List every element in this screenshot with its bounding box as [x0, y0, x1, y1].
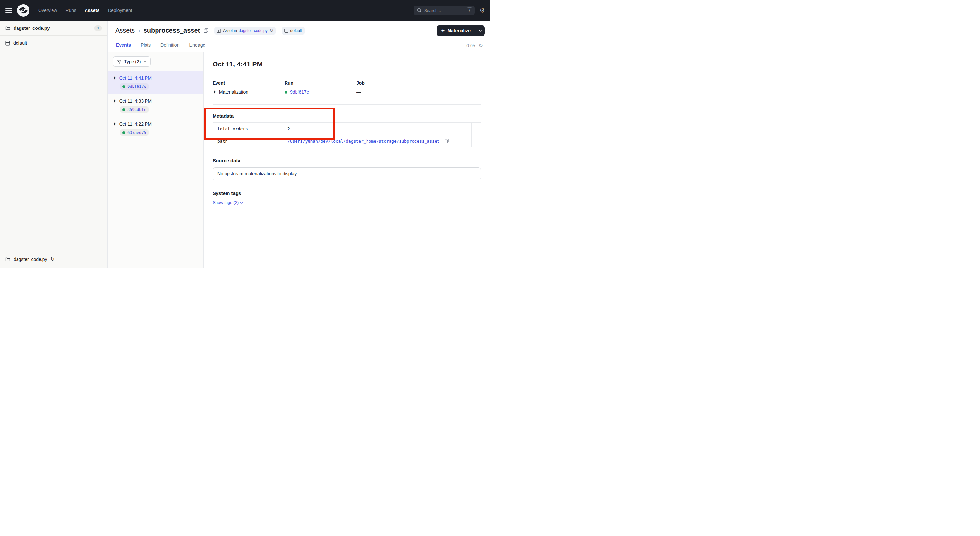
- metadata-path-link[interactable]: /Users/yuhan/dev/local/dagster_home/stor…: [288, 139, 440, 143]
- asset-location-link[interactable]: dagster_code.py: [239, 29, 268, 33]
- source-data-empty-message: No upstream materializations to display.: [213, 167, 481, 180]
- code-location-label: dagster_code.py: [14, 25, 49, 31]
- run-column-label: Run: [285, 80, 356, 86]
- run-id-link[interactable]: 9dbf617e: [290, 89, 309, 95]
- job-column-label: Job: [356, 80, 481, 86]
- asset-catalog-sidebar: dagster_code.py 1 default dagster_code.p…: [0, 21, 108, 268]
- tab-plots[interactable]: Plots: [140, 41, 151, 52]
- source-data-section: Source data No upstream materializations…: [213, 158, 481, 180]
- show-tags-toggle[interactable]: Show tags (2): [213, 200, 243, 205]
- event-run-id: 637aed75: [127, 130, 146, 135]
- chevron-down-icon: [240, 202, 243, 204]
- asset-group-tag-label: default: [290, 29, 302, 33]
- metadata-action-cell: [471, 123, 481, 135]
- materialization-event-icon: ✦: [113, 122, 117, 126]
- breadcrumb-assets-link[interactable]: Assets: [115, 27, 135, 34]
- search-shortcut-key: /: [467, 8, 472, 13]
- materialize-dropdown-button[interactable]: [475, 25, 485, 36]
- search-input[interactable]: Search... /: [414, 5, 475, 15]
- asset-group-icon: [284, 29, 288, 33]
- metadata-row: total_orders 2: [213, 123, 481, 135]
- event-run-id: 359cdbfc: [127, 107, 146, 112]
- metadata-heading: Metadata: [213, 113, 481, 119]
- materialization-icon: ✦: [213, 90, 216, 94]
- copy-asset-name-icon[interactable]: [204, 28, 208, 33]
- dagster-logo[interactable]: [17, 4, 30, 17]
- metadata-key: path: [213, 135, 283, 148]
- event-time-label: Oct 11, 4:41 PM: [119, 75, 152, 81]
- asset-detail-page: Assets › subprocess_asset Asset in dagst…: [108, 21, 490, 268]
- reload-location-icon[interactable]: ↻: [270, 28, 273, 33]
- metadata-key: total_orders: [213, 123, 283, 135]
- breadcrumb-separator: ›: [138, 27, 140, 34]
- page-header: Assets › subprocess_asset Asset in dagst…: [108, 21, 490, 52]
- run-status-dot: [285, 91, 288, 94]
- search-placeholder: Search...: [424, 8, 464, 13]
- tab-lineage[interactable]: Lineage: [188, 41, 206, 52]
- table-icon: [217, 29, 221, 33]
- hamburger-menu-icon[interactable]: [5, 8, 12, 13]
- chevron-down-icon: [479, 30, 482, 32]
- event-list-item[interactable]: ✦ Oct 11, 4:33 PM 359cdbfc: [108, 94, 203, 117]
- copy-path-icon[interactable]: [445, 139, 449, 143]
- materialize-button[interactable]: ✦ Materialize: [436, 25, 475, 36]
- asset-location-prefix: Asset in: [223, 29, 237, 33]
- metadata-action-cell: [471, 135, 481, 148]
- event-run-id-pill[interactable]: 359cdbfc: [120, 106, 149, 113]
- materialize-label: Materialize: [447, 28, 471, 33]
- event-time-label: Oct 11, 4:22 PM: [119, 121, 152, 127]
- dagster-app: Overview Runs Assets Deployment Search..…: [0, 0, 490, 268]
- section-divider: [213, 104, 481, 105]
- page-title-asset-name: subprocess_asset: [143, 27, 200, 34]
- metadata-table: total_orders 2 path /Users/yuhan/dev/loc…: [213, 122, 481, 148]
- sidebar-item-group-default[interactable]: default: [0, 36, 107, 51]
- nav-item-runs[interactable]: Runs: [65, 8, 76, 13]
- asset-group-tag[interactable]: default: [282, 27, 305, 35]
- nav-item-overview[interactable]: Overview: [38, 8, 57, 13]
- metadata-section: Metadata total_orders 2 path: [213, 113, 481, 148]
- folder-icon: [5, 257, 10, 262]
- nav-item-assets[interactable]: Assets: [84, 8, 100, 13]
- system-tags-section: System tags Show tags (2): [213, 191, 481, 205]
- nav-item-deployment[interactable]: Deployment: [108, 8, 132, 13]
- folder-icon: [5, 25, 10, 31]
- materialize-split-button: ✦ Materialize: [436, 25, 485, 36]
- top-navbar: Overview Runs Assets Deployment Search..…: [0, 0, 490, 21]
- group-label: default: [13, 40, 27, 46]
- code-location-count-badge: 1: [94, 25, 102, 31]
- event-time-label: Oct 11, 4:33 PM: [119, 99, 152, 104]
- events-filter-row: Type (2): [108, 52, 203, 71]
- source-data-heading: Source data: [213, 158, 481, 163]
- event-column-label: Event: [213, 80, 285, 86]
- event-list-item[interactable]: ✦ Oct 11, 4:41 PM 9dbf617e: [108, 71, 203, 94]
- reload-code-location-icon[interactable]: ↻: [51, 256, 55, 262]
- asset-group-icon: [5, 41, 10, 46]
- materialization-event-icon: ✦: [113, 99, 117, 103]
- gear-icon[interactable]: ⚙: [479, 8, 485, 14]
- filter-funnel-icon: [117, 59, 121, 64]
- refresh-icon[interactable]: ↻: [479, 43, 483, 48]
- tab-events[interactable]: Events: [115, 41, 132, 52]
- search-icon: [417, 8, 422, 13]
- system-tags-heading: System tags: [213, 191, 481, 196]
- navbar-links: Overview Runs Assets Deployment: [38, 8, 132, 13]
- sidebar-footer-code-location[interactable]: dagster_code.py ↻: [0, 250, 107, 268]
- event-run-id: 9dbf617e: [127, 84, 146, 89]
- metadata-row: path /Users/yuhan/dev/local/dagster_home…: [213, 135, 481, 148]
- asset-location-tag: Asset in dagster_code.py ↻: [214, 27, 275, 35]
- run-status-dot: [123, 85, 126, 88]
- run-status-dot: [123, 131, 126, 134]
- event-detail-title: Oct 11, 4:41 PM: [213, 60, 481, 68]
- metadata-value: 2: [283, 123, 471, 135]
- sidebar-item-code-location[interactable]: dagster_code.py 1: [0, 21, 107, 36]
- event-run-id-pill[interactable]: 637aed75: [120, 129, 149, 136]
- event-list-item[interactable]: ✦ Oct 11, 4:22 PM 637aed75: [108, 117, 203, 140]
- tab-definition[interactable]: Definition: [160, 41, 180, 52]
- event-type-value: Materialization: [219, 89, 248, 95]
- materialize-sparkle-icon: ✦: [441, 29, 445, 33]
- events-list-panel: Type (2) ✦ Oct 11, 4:41 PM 9dbf617e: [108, 52, 204, 268]
- type-filter-label: Type (2): [124, 59, 141, 64]
- type-filter-button[interactable]: Type (2): [113, 56, 151, 67]
- materialization-event-icon: ✦: [113, 76, 117, 80]
- event-run-id-pill[interactable]: 9dbf617e: [120, 83, 149, 90]
